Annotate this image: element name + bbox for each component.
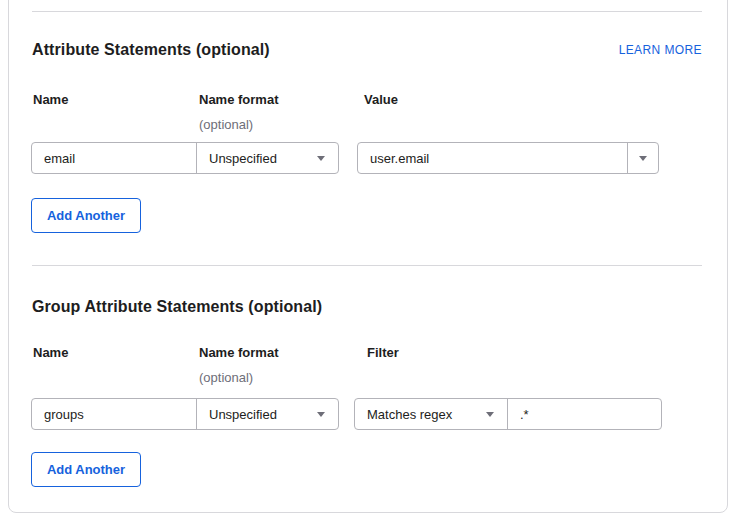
chevron-down-icon	[486, 412, 494, 417]
attribute-name-input[interactable]	[32, 143, 196, 173]
section-divider-middle	[32, 265, 702, 266]
column-header-name: Name	[33, 345, 68, 360]
name-format-optional-note: (optional)	[199, 117, 253, 132]
group-attribute-filter-type-value: Matches regex	[367, 407, 452, 422]
add-another-group-attribute-button[interactable]: Add Another	[31, 452, 141, 487]
attribute-row-value	[357, 142, 659, 174]
column-header-name: Name	[33, 92, 68, 107]
add-another-attribute-button[interactable]: Add Another	[31, 198, 141, 233]
group-attribute-filter-type-select[interactable]: Matches regex	[355, 399, 507, 429]
name-format-optional-note: (optional)	[199, 370, 253, 385]
group-attribute-statements-heading: Group Attribute Statements (optional)	[32, 298, 322, 316]
learn-more-link[interactable]: LEARN MORE	[619, 43, 702, 57]
attribute-name-format-select[interactable]: Unspecified	[196, 143, 338, 173]
column-header-name-format: Name format	[199, 345, 278, 360]
chevron-down-icon	[317, 412, 325, 417]
section-divider-top	[32, 11, 702, 12]
attribute-name-format-value: Unspecified	[209, 151, 277, 166]
group-attribute-row-filter: Matches regex	[354, 398, 662, 430]
group-attribute-name-input[interactable]	[32, 399, 196, 429]
group-attribute-row-name-and-format: Unspecified	[31, 398, 339, 430]
group-attribute-filter-value-input[interactable]	[507, 399, 661, 429]
chevron-down-icon	[317, 156, 325, 161]
attribute-statements-heading: Attribute Statements (optional)	[32, 41, 270, 59]
column-header-name-format: Name format	[199, 92, 278, 107]
group-attribute-name-format-value: Unspecified	[209, 407, 277, 422]
chevron-down-icon	[639, 156, 647, 161]
attribute-value-input[interactable]	[358, 143, 627, 173]
column-header-value: Value	[364, 92, 398, 107]
column-header-filter: Filter	[367, 345, 399, 360]
attribute-value-dropdown-button[interactable]	[627, 143, 658, 173]
group-attribute-name-format-select[interactable]: Unspecified	[196, 399, 338, 429]
settings-card	[8, 0, 728, 513]
attribute-row-name-and-format: Unspecified	[31, 142, 339, 174]
